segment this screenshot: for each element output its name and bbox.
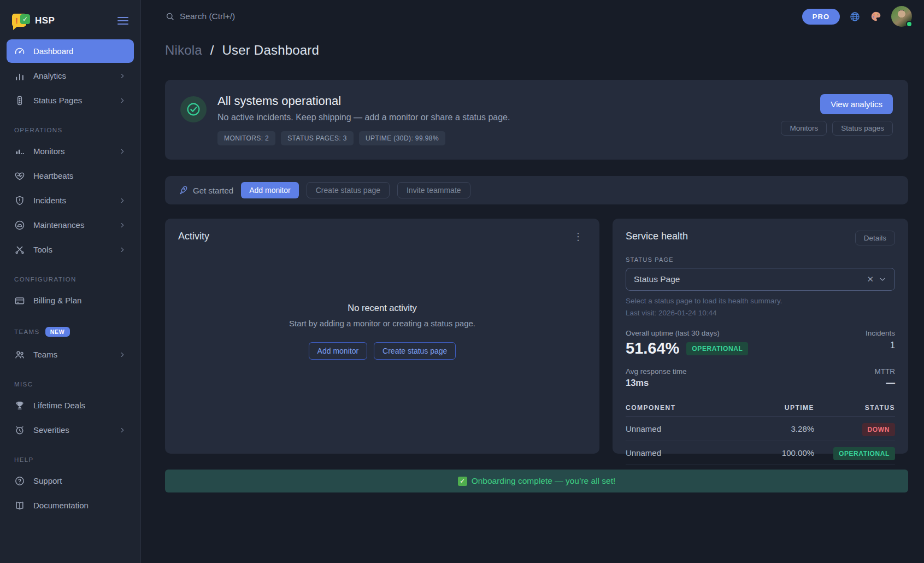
sidebar-item-label: Heartbeats (33, 171, 73, 180)
sidebar: ! ✓ HSP Dashboard Analytics Status Pages… (0, 0, 141, 563)
column-header-component: COMPONENT (626, 399, 739, 417)
table-row: Unnamed 100.00% OPERATIONAL (626, 441, 895, 465)
status-badge: DOWN (862, 423, 895, 436)
service-health-title: Service health (626, 231, 688, 242)
sidebar-item-heartbeats[interactable]: Heartbeats (7, 164, 134, 187)
create-status-page-button[interactable]: Create status page (307, 182, 390, 198)
activity-card: Activity ⋮ No recent activity Start by a… (165, 219, 599, 454)
mttr-value: — (875, 378, 896, 388)
get-started-label: Get started (193, 186, 233, 195)
credit-card-icon (14, 295, 25, 306)
sidebar-item-lifetime-deals[interactable]: Lifetime Deals (7, 394, 134, 417)
check-circle-icon (180, 96, 207, 122)
incidents-label: Incidents (866, 329, 895, 337)
components-table: COMPONENT UPTIME STATUS Unnamed 3.28% DO… (626, 399, 895, 465)
sidebar-item-label: Teams (33, 350, 57, 359)
sidebar-item-label: Status Pages (33, 96, 82, 105)
incidents-value: 1 (866, 341, 895, 350)
empty-create-status-page-button[interactable]: Create status page (374, 342, 456, 360)
chevron-right-icon (119, 72, 126, 80)
check-emoji-icon: ✓ (458, 477, 467, 486)
pro-badge[interactable]: PRO (802, 9, 840, 25)
stat-monitors: MONITORS: 2 (217, 131, 275, 145)
sidebar-item-label: Dashboard (33, 46, 73, 56)
overall-uptime-label: Overall uptime (last 30 days) (626, 329, 748, 337)
sidebar-item-tools[interactable]: Tools (7, 238, 134, 261)
chevron-right-icon (119, 426, 126, 434)
sidebar-item-status-pages[interactable]: Status Pages (7, 89, 134, 112)
hamburger-menu-icon[interactable] (117, 15, 128, 27)
traffic-light-icon (14, 95, 25, 106)
sidebar-item-billing-plan[interactable]: Billing & Plan (7, 289, 134, 312)
stat-uptime: UPTIME (30D): 99.98% (359, 131, 445, 145)
chevron-right-icon (119, 221, 126, 229)
sidebar-item-label: Incidents (33, 196, 66, 205)
hero-stats: MONITORS: 2 STATUS PAGES: 3 UPTIME (30D)… (217, 131, 770, 145)
column-header-status: STATUS (814, 399, 895, 417)
avg-response-label: Avg response time (626, 367, 687, 376)
user-avatar[interactable] (891, 6, 912, 27)
clear-selection-icon[interactable]: ✕ (862, 274, 878, 284)
invite-teammate-button[interactable]: Invite teammate (397, 182, 470, 198)
search-input[interactable]: Search (Ctrl+/) (165, 11, 802, 21)
sidebar-item-maintenances[interactable]: Maintenances (7, 213, 134, 237)
component-uptime: 100.00% (739, 441, 814, 465)
status-page-select-value: Status Page (634, 274, 862, 284)
select-helper-text: Select a status page to load its health … (626, 297, 895, 305)
bar-chart-icon (14, 71, 25, 81)
onboarding-banner: ✓ Onboarding complete — you’re all set! (165, 470, 908, 492)
hero-subtitle: No active incidents. Keep shipping — add… (217, 113, 770, 122)
avg-response-value: 13ms (626, 378, 687, 388)
sidebar-item-label: Maintenances (33, 220, 84, 230)
sidebar-item-documentation[interactable]: Documentation (7, 494, 134, 517)
sidebar-item-teams[interactable]: Teams (7, 343, 134, 366)
service-health-card: Service health Details STATUS PAGE Statu… (613, 219, 908, 454)
kebab-menu-icon[interactable]: ⋮ (570, 231, 586, 243)
stat-status-pages: STATUS PAGES: 3 (281, 131, 354, 145)
details-button[interactable]: Details (855, 231, 895, 245)
chevron-right-icon (119, 97, 126, 104)
add-monitor-button[interactable]: Add monitor (241, 182, 298, 198)
gauge-icon (14, 46, 25, 57)
empty-add-monitor-button[interactable]: Add monitor (309, 342, 367, 360)
status-hero-card: All systems operational No active incide… (165, 80, 908, 160)
activity-empty-state: No recent activity Start by adding a mon… (178, 243, 586, 420)
status-pages-button[interactable]: Status pages (832, 121, 893, 136)
page-title: User Dashboard (222, 43, 320, 57)
main-area: Search (Ctrl+/) PRO Nikola / User Dashbo… (141, 0, 924, 563)
sidebar-item-label: Monitors (33, 146, 65, 156)
hard-hat-circle-icon (14, 220, 25, 231)
book-icon (14, 500, 25, 511)
empty-state-title: No recent activity (348, 303, 417, 313)
component-name: Unnamed (626, 417, 739, 441)
monitors-button[interactable]: Monitors (781, 121, 827, 136)
topbar: Search (Ctrl+/) PRO (141, 0, 924, 33)
sidebar-item-analytics[interactable]: Analytics (7, 64, 134, 87)
sidebar-item-severities[interactable]: Severities (7, 418, 134, 442)
status-page-select[interactable]: Status Page ✕ (626, 268, 895, 291)
sidebar-item-label: Support (33, 476, 62, 485)
hero-title: All systems operational (217, 94, 770, 108)
breadcrumb-separator: / (206, 43, 219, 57)
sidebar-item-incidents[interactable]: Incidents (7, 189, 134, 212)
sidebar-item-monitors[interactable]: Monitors (7, 139, 134, 163)
column-header-uptime: UPTIME (739, 399, 814, 417)
help-circle-icon (14, 476, 25, 486)
sidebar-item-label: Analytics (33, 71, 66, 80)
view-analytics-button[interactable]: View analytics (820, 94, 893, 114)
status-page-field-label: STATUS PAGE (626, 256, 895, 263)
palette-icon[interactable] (870, 10, 882, 22)
rocket-icon (178, 185, 188, 195)
breadcrumb-parent[interactable]: Nikola (165, 43, 202, 57)
sidebar-item-dashboard[interactable]: Dashboard (7, 39, 134, 63)
chevron-right-icon (119, 246, 126, 254)
search-placeholder: Search (Ctrl+/) (180, 11, 235, 21)
chevron-right-icon (119, 351, 126, 359)
globe-icon[interactable] (849, 11, 861, 22)
sidebar-item-label: Billing & Plan (33, 296, 81, 305)
sidebar-item-label: Severities (33, 425, 69, 435)
uptime-status-badge: OPERATIONAL (686, 342, 748, 355)
sidebar-item-support[interactable]: Support (7, 469, 134, 492)
crossed-tools-icon (14, 244, 25, 255)
sidebar-section-help: HELP (0, 443, 140, 468)
